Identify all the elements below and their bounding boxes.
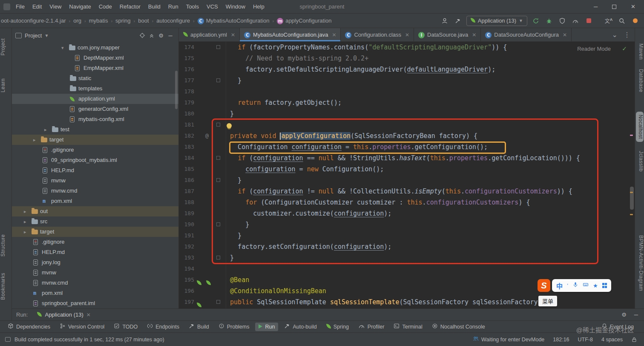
- fold-marker[interactable]: [216, 156, 220, 160]
- menu-item-vcs[interactable]: VCS: [203, 1, 222, 12]
- tree-row[interactable]: generatorConfig.xml: [12, 104, 178, 114]
- run-tab[interactable]: Application (13) ✕: [34, 311, 94, 318]
- tree-row[interactable]: templates: [12, 84, 178, 94]
- code-line[interactable]: 192 factory.setConfiguration(configurati…: [179, 241, 635, 252]
- strip-tab-maven[interactable]: Maven: [635, 43, 644, 60]
- rerun-icon[interactable]: [531, 16, 540, 26]
- code-line[interactable]: 180 }: [179, 108, 635, 119]
- close-icon[interactable]: ✕: [86, 312, 91, 318]
- tree-row[interactable]: ▸target: [12, 135, 178, 145]
- more-icon[interactable]: ⋮: [624, 31, 630, 39]
- toolwindow-button-build[interactable]: Build: [185, 322, 213, 332]
- close-icon[interactable]: ✕: [405, 32, 409, 38]
- code-line[interactable]: 187 if (configuration != null && !Collec…: [179, 186, 635, 197]
- ime-language-toggle[interactable]: 中: [556, 281, 563, 290]
- tree-row[interactable]: .gitignore: [12, 145, 178, 155]
- keyboard-icon[interactable]: [583, 282, 589, 289]
- chevron-right-icon[interactable]: ▸: [24, 216, 26, 227]
- build-status-message[interactable]: Build completed successfully in 1 sec, 1…: [14, 337, 164, 343]
- strip-tab-structure[interactable]: Structure: [0, 234, 12, 257]
- breadcrumb-item[interactable]: CMybatisAutoConfiguration: [198, 17, 270, 24]
- code-line[interactable]: 193 }: [179, 252, 635, 263]
- fold-marker[interactable]: [216, 45, 220, 49]
- editor-tab[interactable]: CConfiguration.class✕: [341, 28, 414, 41]
- search-icon[interactable]: [617, 16, 627, 26]
- code-line[interactable]: 183 Configuration configuration = this.p…: [179, 141, 635, 153]
- tree-row[interactable]: 09_springboot_mybatis.iml: [12, 155, 178, 165]
- tree-row[interactable]: springboot_parent.iml: [12, 298, 178, 309]
- editor-tab[interactable]: IDataSource.java✕: [414, 28, 481, 41]
- toolwindow-button-todo[interactable]: TODO: [110, 322, 141, 332]
- gear-icon[interactable]: ⚙: [156, 31, 166, 40]
- menu-item-file[interactable]: File: [12, 1, 29, 12]
- breadcrumb-item[interactable]: autoconfigure: [156, 17, 190, 24]
- strip-tab-project[interactable]: Project: [0, 38, 12, 55]
- chevron-right-icon[interactable]: ▸: [33, 135, 36, 145]
- project-panel-title[interactable]: Project: [25, 32, 42, 39]
- maximize-button[interactable]: [612, 5, 616, 9]
- tree-row[interactable]: EmpMapper.xml: [12, 63, 178, 73]
- ime-favorite-icon[interactable]: ★: [593, 283, 598, 289]
- fold-marker[interactable]: [216, 300, 220, 304]
- fold-marker[interactable]: [216, 256, 220, 260]
- code-line[interactable]: 194: [179, 263, 635, 274]
- tree-row[interactable]: HELP.md: [12, 165, 178, 176]
- spring-bean-gutter-icon[interactable]: [197, 300, 201, 309]
- code-line[interactable]: 197 public SqlSessionTemplate sqlSession…: [179, 297, 635, 308]
- code-line[interactable]: 181: [179, 119, 635, 130]
- code-line[interactable]: 182@ private void applyConfiguration(Sql…: [179, 130, 635, 141]
- tree-row[interactable]: ▸src: [12, 216, 178, 227]
- tree-row[interactable]: DeptMapper.xml: [12, 53, 178, 63]
- code-line[interactable]: 179 return factory.getObject();: [179, 97, 635, 108]
- coverage-icon[interactable]: [558, 16, 567, 26]
- tree-row[interactable]: static: [12, 73, 178, 84]
- editor-scrollbar[interactable]: [630, 187, 634, 210]
- indent-setting[interactable]: 4 spaces: [601, 337, 623, 343]
- toolwindow-button-event-log[interactable]: Event Log: [598, 322, 637, 332]
- toolwindow-button-auto-build[interactable]: Auto-build: [281, 322, 320, 332]
- breadcrumb-item[interactable]: oot-autoconfigure-2.1.4.jar: [1, 17, 66, 24]
- tree-row[interactable]: ▾com.jony.mapper: [12, 43, 178, 53]
- locate-file-icon[interactable]: [138, 31, 147, 40]
- toolwindow-button-nocalhost-console[interactable]: Nocalhost Console: [428, 322, 489, 332]
- toolwindow-button-run[interactable]: Run: [255, 323, 278, 331]
- breadcrumb-item[interactable]: org: [73, 17, 81, 24]
- code-line[interactable]: 188 for (ConfigurationCustomizer customi…: [179, 197, 635, 208]
- translate-icon[interactable]: 文A: [604, 16, 613, 26]
- tree-row[interactable]: mvnw: [12, 268, 178, 278]
- mic-icon[interactable]: [572, 282, 578, 289]
- intention-bulb-icon[interactable]: [227, 123, 232, 128]
- tree-scrollbar[interactable]: [175, 71, 178, 109]
- code-line[interactable]: 184 if (configuration == null && !String…: [179, 153, 635, 164]
- fold-marker[interactable]: [216, 222, 220, 226]
- hide-panel-icon[interactable]: ─: [166, 31, 175, 40]
- menu-item-build[interactable]: Build: [144, 1, 164, 12]
- fold-marker[interactable]: [216, 178, 220, 182]
- sogou-ime-icon[interactable]: S: [538, 279, 550, 292]
- code-line[interactable]: 189 customizer.customize(configuration);: [179, 208, 635, 219]
- close-icon[interactable]: ✕: [231, 32, 235, 38]
- close-icon[interactable]: ✕: [332, 32, 336, 38]
- fold-marker[interactable]: [216, 78, 220, 82]
- toolwindow-button-dependencies[interactable]: Dependencies: [4, 322, 54, 332]
- tree-row[interactable]: application.yml: [12, 94, 178, 104]
- close-icon[interactable]: ✕: [472, 32, 476, 38]
- code-line[interactable]: 190 }: [179, 219, 635, 230]
- toolwindow-button-profiler[interactable]: Profiler: [355, 321, 388, 332]
- chevron-right-icon[interactable]: ▸: [44, 124, 47, 135]
- strip-tab-database[interactable]: Database: [635, 69, 644, 92]
- stop-icon[interactable]: [584, 16, 593, 26]
- strip-tab-bpmn-activiti-diagram[interactable]: BPMN-Activiti-Diagram: [635, 235, 644, 291]
- breadcrumb-item[interactable]: boot: [138, 17, 149, 24]
- gear-icon[interactable]: ⚙: [621, 311, 627, 318]
- collapse-all-icon[interactable]: [147, 31, 156, 40]
- chevron-down-icon[interactable]: ▼: [44, 33, 49, 38]
- build-icon[interactable]: [453, 16, 463, 26]
- fold-marker[interactable]: [216, 123, 220, 127]
- tree-row[interactable]: mybatis-config.xml: [12, 114, 178, 124]
- tree-row[interactable]: mvnw.cmd: [12, 278, 178, 288]
- breadcrumb-item[interactable]: mapplyConfiguration: [277, 17, 331, 24]
- tree-row[interactable]: mvnw: [12, 176, 178, 186]
- tree-row[interactable]: mpom.xml: [12, 196, 178, 206]
- tab-list-chevron-icon[interactable]: ⌄: [612, 31, 618, 39]
